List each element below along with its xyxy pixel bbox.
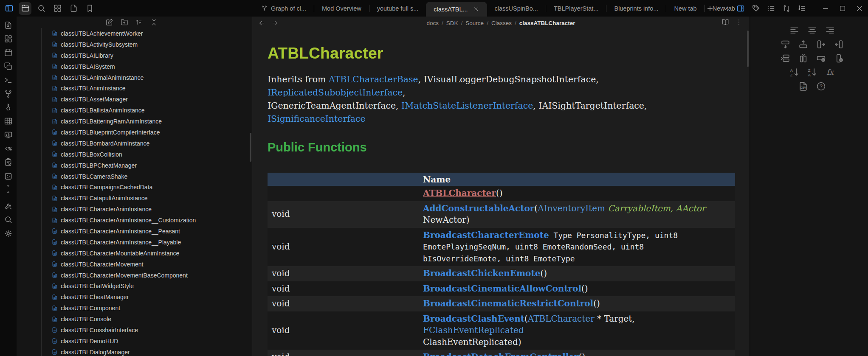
- new-note-button[interactable]: [67, 2, 80, 15]
- file-tree-item[interactable]: classUTBLAssetManager: [17, 94, 252, 105]
- reading-view-button[interactable]: [721, 18, 729, 28]
- ribbon-calendar-button[interactable]: [3, 48, 14, 58]
- file-tree-item[interactable]: classUTBLCharacterMovementBaseComponent: [17, 270, 252, 281]
- file-tree-item[interactable]: classUTBLBombardAnimInstance: [17, 138, 252, 149]
- file-tree-item[interactable]: classUTBLAnimInstance: [17, 83, 252, 94]
- align-right-button[interactable]: [825, 25, 836, 36]
- ribbon-terminal-button[interactable]: [3, 75, 14, 85]
- doc-link[interactable]: BroadcastClashEvent: [423, 314, 524, 324]
- file-tree-item[interactable]: classUTBLCheatManager: [17, 292, 252, 303]
- file-tree-item[interactable]: classUTBLCatapultAnimInstance: [17, 193, 252, 204]
- delete-row-button[interactable]: [816, 53, 827, 64]
- ribbon-table-button[interactable]: [3, 116, 14, 126]
- numbered-list-button[interactable]: [798, 4, 806, 13]
- tab-mod-overview[interactable]: Mod Overview: [314, 0, 369, 17]
- tab-new-tab[interactable]: New tab: [666, 0, 704, 17]
- sort-za-button[interactable]: ZA: [807, 67, 818, 78]
- tab-list-button[interactable]: [721, 4, 730, 13]
- outline-button[interactable]: [767, 4, 775, 13]
- ribbon-git-fork-button[interactable]: [3, 89, 14, 99]
- file-tree-item[interactable]: classUTBLCharacterMovement: [17, 259, 252, 270]
- doc-link[interactable]: BroadcastChickenEmote: [423, 268, 540, 278]
- ribbon-scroll-down-button[interactable]: [3, 184, 14, 189]
- doc-link[interactable]: BroadcastCharacterEmote: [423, 230, 549, 240]
- doc-link[interactable]: BroadcastCinematicRestrictControl: [423, 298, 593, 308]
- tab-close-button[interactable]: [473, 6, 479, 12]
- ribbon-dice-button[interactable]: [3, 171, 14, 181]
- ribbon-tools-button[interactable]: [3, 201, 14, 211]
- file-tree-item[interactable]: classUTBLAchievementWorker: [17, 28, 252, 39]
- formula-button[interactable]: fx: [825, 67, 836, 78]
- new-tab-button[interactable]: [706, 4, 714, 13]
- file-tree-item[interactable]: classUTBLBoxCollision: [17, 149, 252, 160]
- file-tree-item[interactable]: classUTBLCharacterAnimInstance__Playable: [17, 237, 252, 248]
- ribbon-copy-button[interactable]: [3, 61, 14, 71]
- ribbon-presentation-chart-button[interactable]: [3, 130, 14, 140]
- move-row-button[interactable]: [780, 53, 791, 64]
- insert-col-left-button[interactable]: [834, 39, 845, 50]
- content-scrollbar[interactable]: [747, 31, 749, 67]
- file-tree-item[interactable]: classUTBLCharacterAnimInstance__Customiz…: [17, 215, 252, 226]
- tab-tblplayerstat[interactable]: TBLPlayerStat...: [546, 0, 606, 17]
- breadcrumb-segment[interactable]: docs: [427, 20, 439, 26]
- breadcrumb-segment[interactable]: SDK: [446, 20, 458, 26]
- file-tree-item[interactable]: classUTBLAISystem: [17, 61, 252, 72]
- file-tree-item[interactable]: classUTBLAILibrary: [17, 50, 252, 61]
- doc-link[interactable]: ISignificanceInterface: [268, 114, 366, 124]
- ribbon-code-percent-button[interactable]: [3, 144, 14, 154]
- file-tree-item[interactable]: classUTBLChatWidgetStyle: [17, 280, 252, 292]
- doc-link[interactable]: BroadcastCinematicAllowControl: [423, 283, 581, 294]
- doc-link[interactable]: AddConstructableActor: [423, 203, 534, 213]
- tab-graph-of-cl[interactable]: Graph of cl...: [254, 0, 314, 17]
- doc-link[interactable]: IMatchStateListenerInterface: [401, 101, 533, 111]
- align-center-button[interactable]: [807, 25, 818, 36]
- file-tree-item[interactable]: classUTBLComponent: [17, 303, 252, 314]
- tab-classatbl[interactable]: classATBL...: [426, 2, 487, 17]
- doc-link[interactable]: ATBLCharacter: [423, 188, 496, 198]
- more-options-button[interactable]: [735, 18, 743, 28]
- file-tree-item[interactable]: classUTBLBPCheatManager: [17, 160, 252, 171]
- delete-col-button[interactable]: [834, 53, 845, 64]
- ribbon-dashboard-button[interactable]: [3, 34, 14, 44]
- doc-link[interactable]: ATBLCharacterBase: [329, 74, 418, 84]
- doc-link[interactable]: IReplicatedSubobjectInterface: [268, 87, 403, 98]
- close-window-button[interactable]: [855, 4, 864, 13]
- explorer-scrollbar[interactable]: [250, 133, 251, 162]
- explorer-new-folder-button[interactable]: [120, 17, 129, 27]
- tab-blueprints-info[interactable]: Blueprints info...: [606, 0, 666, 17]
- file-tree-item[interactable]: classUTBLDemoHUD: [17, 336, 252, 347]
- doc-link[interactable]: BroadcastDetachFromController: [423, 352, 579, 356]
- file-tree-item[interactable]: classUTBLConsole: [17, 314, 252, 325]
- insert-row-below-button[interactable]: [780, 39, 791, 50]
- workspaces-button[interactable]: [51, 2, 64, 15]
- quick-switcher-button[interactable]: [35, 2, 48, 15]
- file-tree-item[interactable]: classUTBLCharacterAnimInstance: [17, 204, 252, 215]
- file-tree-item[interactable]: classUTBLBlueprintCompilerInterface: [17, 127, 252, 138]
- file-tree-item[interactable]: classUTBLBatteringRamAnimInstance: [17, 116, 252, 127]
- align-left-button[interactable]: [789, 25, 800, 36]
- insert-row-above-button[interactable]: [798, 39, 809, 50]
- insert-col-right-button[interactable]: [816, 39, 827, 50]
- explorer-new-note-button[interactable]: [105, 17, 114, 27]
- ribbon-scroll-up-button[interactable]: [3, 190, 14, 195]
- ribbon-file-search-button[interactable]: [3, 20, 14, 30]
- file-tree-item[interactable]: classUTBLDialogManager: [17, 347, 252, 356]
- file-tree-item[interactable]: classUTBLBallistaAnimInstance: [17, 105, 252, 116]
- ribbon-settings-button[interactable]: [3, 228, 14, 238]
- explorer-collapse-all-button[interactable]: [149, 17, 159, 27]
- tags-button[interactable]: [752, 4, 760, 13]
- breadcrumb-segment[interactable]: Classes: [491, 20, 512, 26]
- ribbon-search-button[interactable]: [3, 215, 14, 225]
- file-tree-item[interactable]: classUTBLCrosshairInterface: [17, 325, 252, 336]
- ribbon-spiral-button[interactable]: [3, 102, 14, 112]
- files-button[interactable]: [19, 2, 31, 15]
- export-csv-button[interactable]: CSV: [798, 81, 809, 92]
- move-col-button[interactable]: [798, 53, 809, 64]
- doc-link[interactable]: ATBLCharacter: [528, 314, 595, 324]
- graph-button[interactable]: [782, 4, 791, 13]
- toggle-left-sidebar-button[interactable]: [3, 2, 15, 15]
- file-tree-item[interactable]: classUTBLCharacterAnimInstance__Peasant: [17, 226, 252, 237]
- file-tree-item[interactable]: classUTBLCampaignsCachedData: [17, 182, 252, 193]
- file-tree-item[interactable]: classUTBLAnimalAnimInstance: [17, 72, 252, 83]
- breadcrumb-segment[interactable]: Source: [465, 20, 484, 26]
